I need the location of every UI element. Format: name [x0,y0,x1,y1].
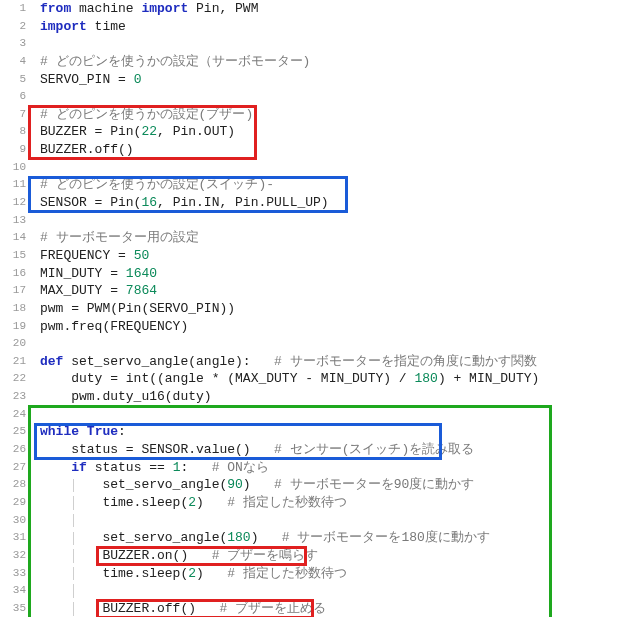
token-cm: # サーボモーターを180度に動かす [282,530,490,545]
code-line [40,159,620,177]
token-id: MAX_DUTY = [40,283,126,298]
token-num: 16 [141,195,157,210]
line-number: 14 [0,229,26,247]
code-line [40,406,620,424]
token-id: ) [251,530,282,545]
token-cm: # どのピンを使うかの設定(スイッチ)- [40,177,274,192]
line-number: 12 [0,194,26,212]
token-num: 2 [188,566,196,581]
token-num: 180 [227,530,250,545]
line-number: 16 [0,265,26,283]
line-number: 33 [0,565,26,583]
code-line: BUZZER = Pin(22, Pin.OUT) [40,123,620,141]
line-number: 35 [0,600,26,618]
line-number: 21 [0,353,26,371]
line-number: 18 [0,300,26,318]
token-num: 90 [227,477,243,492]
code-line: MAX_DUTY = 7864 [40,282,620,300]
code-line: while True: [40,423,620,441]
code-line [40,512,620,530]
token-id: time.sleep( [40,495,188,510]
token-id: set_servo_angle( [40,530,227,545]
code-line [40,35,620,53]
line-number: 3 [0,35,26,53]
line-number: 17 [0,282,26,300]
line-number: 5 [0,71,26,89]
line-number: 23 [0,388,26,406]
token-id: ) [243,477,274,492]
token-id: BUZZER = Pin( [40,124,141,139]
token-id: time [87,19,126,34]
token-id: ) [196,566,227,581]
token-id: pwm.freq(FREQUENCY) [40,319,188,334]
code-line: pwm = PWM(Pin(SERVO_PIN)) [40,300,620,318]
token-id: : [180,460,211,475]
token-id: FREQUENCY = [40,248,134,263]
line-number: 20 [0,335,26,353]
token-id: SENSOR = Pin( [40,195,141,210]
token-id: pwm.duty_u16(duty) [40,389,212,404]
token-bool: True [87,424,118,439]
line-number: 15 [0,247,26,265]
token-num: 50 [134,248,150,263]
code-line: import time [40,18,620,36]
code-area: from machine import Pin, PWMimport time#… [32,0,620,617]
code-line: set_servo_angle(180) # サーボモーターを180度に動かす [40,529,620,547]
token-cm: # サーボモーターを指定の角度に動かす関数 [274,354,537,369]
token-cm: # ブザーを鳴らす [212,548,319,563]
token-kw: import [141,1,188,16]
code-line: FREQUENCY = 50 [40,247,620,265]
code-line: SERVO_PIN = 0 [40,71,620,89]
line-number: 6 [0,88,26,106]
token-cm: # ブザーを止める [219,601,326,616]
code-line: from machine import Pin, PWM [40,0,620,18]
line-number: 27 [0,459,26,477]
token-id: ) [196,495,227,510]
token-kw: from [40,1,71,16]
token-num: 22 [141,124,157,139]
line-number: 24 [0,406,26,424]
token-id: MIN_DUTY = [40,266,126,281]
token-num: 7864 [126,283,157,298]
token-num: 2 [188,495,196,510]
token-cm: # どのピンを使うかの設定(ブザー) [40,107,253,122]
line-number: 9 [0,141,26,159]
code-line [40,335,620,353]
line-number: 10 [0,159,26,177]
token-num: 1640 [126,266,157,281]
token-id: , Pin.IN, Pin.PULL_UP) [157,195,329,210]
line-number-gutter: 1234567891011121314151617181920212223242… [0,0,32,617]
code-line: BUZZER.off() # ブザーを止める [40,600,620,618]
line-number: 32 [0,547,26,565]
token-id: time.sleep( [40,566,188,581]
token-id: status = SENSOR.value() [40,442,274,457]
code-line: # サーボモーター用の設定 [40,229,620,247]
code-line: set_servo_angle(90) # サーボモーターを90度に動かす [40,476,620,494]
token-cm: # サーボモーターを90度に動かす [274,477,474,492]
code-line: MIN_DUTY = 1640 [40,265,620,283]
token-id: set_servo_angle(angle): [63,354,274,369]
code-line: # どのピンを使うかの設定（サーボモーター) [40,53,620,71]
token-id: set_servo_angle( [40,477,227,492]
token-num: 0 [134,72,142,87]
token-kw: def [40,354,63,369]
token-id: duty = int((angle * (MAX_DUTY - MIN_DUTY… [40,371,414,386]
line-number: 19 [0,318,26,336]
code-line: # どのピンを使うかの設定(スイッチ)- [40,176,620,194]
code-line: if status == 1: # ONなら [40,459,620,477]
code-line: SENSOR = Pin(16, Pin.IN, Pin.PULL_UP) [40,194,620,212]
code-line [40,88,620,106]
token-id: Pin, PWM [188,1,258,16]
line-number: 30 [0,512,26,530]
token-id: BUZZER.on() [40,548,212,563]
token-id: machine [71,1,141,16]
line-number: 29 [0,494,26,512]
code-line: time.sleep(2) # 指定した秒数待つ [40,565,620,583]
line-number: 11 [0,176,26,194]
token-cm: # センサー(スイッチ)を読み取る [274,442,474,457]
token-id: SERVO_PIN = [40,72,134,87]
token-num: 180 [414,371,437,386]
token-cm: # どのピンを使うかの設定（サーボモーター) [40,54,310,69]
line-number: 25 [0,423,26,441]
token-id: : [118,424,126,439]
